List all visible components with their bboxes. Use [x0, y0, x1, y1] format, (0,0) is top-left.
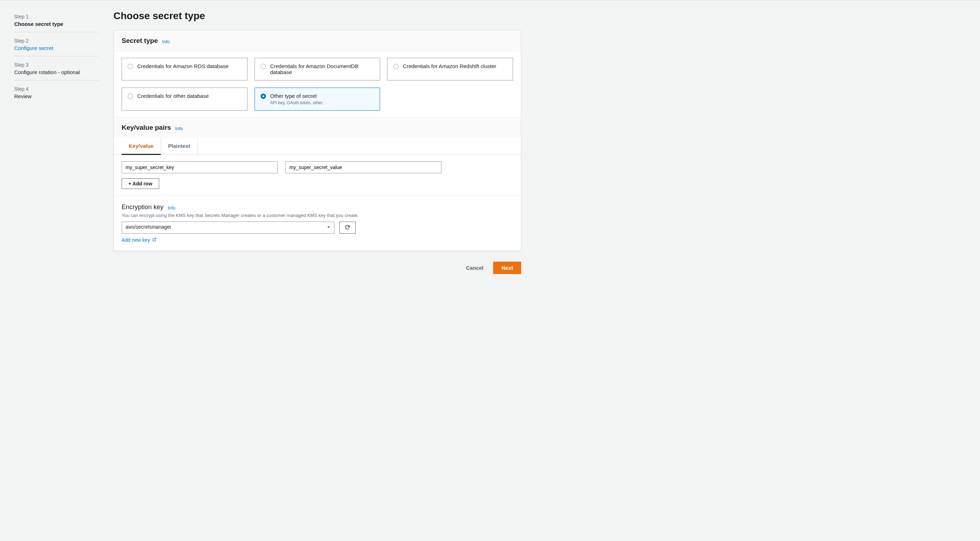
kv-key-input[interactable]: [122, 161, 278, 173]
option-label: Credentials for Amazon DocumentDB databa…: [270, 63, 374, 75]
step-label: Step 3: [14, 62, 99, 68]
encryption-section: Encryption key Info You can encrypt usin…: [114, 195, 521, 251]
wizard-footer: Cancel Next: [113, 259, 521, 288]
kv-header: Key/value pairs Info: [114, 117, 521, 138]
option-sublabel: API key, OAuth token, other.: [270, 100, 324, 105]
step-label: Step 4: [14, 86, 99, 92]
page-title: Choose secret type: [113, 10, 521, 22]
kv-info-link[interactable]: Info: [175, 126, 183, 131]
radio-input[interactable]: [261, 94, 266, 99]
encryption-info-link[interactable]: Info: [168, 205, 175, 211]
main-content: Choose secret type Secret type Info Cred…: [113, 10, 521, 288]
add-row-button[interactable]: + Add row: [122, 178, 159, 189]
refresh-button[interactable]: [339, 221, 356, 234]
kv-body: + Add row: [114, 155, 521, 195]
option-other-secret[interactable]: Other type of secret API key, OAuth toke…: [255, 88, 380, 111]
step-label: Step 2: [14, 38, 99, 44]
radio-input[interactable]: [128, 94, 133, 99]
secret-type-info-link[interactable]: Info: [162, 39, 170, 44]
secret-type-body: Credentials for Amazon RDS database Cred…: [114, 51, 521, 117]
radio-input[interactable]: [393, 64, 399, 69]
option-redshift[interactable]: Credentials for Amazon Redshift cluster: [387, 58, 513, 81]
step-name: Configure rotation - optional: [14, 69, 99, 75]
next-button[interactable]: Next: [493, 262, 521, 274]
kv-row: [122, 161, 513, 173]
radio-input[interactable]: [128, 64, 133, 69]
step-name: Review: [14, 93, 99, 99]
step-4[interactable]: Step 4 Review: [14, 83, 99, 104]
radio-input[interactable]: [261, 64, 266, 69]
option-label: Credentials for Amazon RDS database: [137, 63, 229, 69]
option-documentdb[interactable]: Credentials for Amazon DocumentDB databa…: [255, 58, 380, 81]
kv-value-input[interactable]: [285, 161, 441, 173]
step-name[interactable]: Configure secret: [14, 45, 99, 51]
secret-type-heading: Secret type: [122, 37, 158, 44]
add-new-key-text: Add new key: [122, 237, 150, 243]
step-1[interactable]: Step 1 Choose secret type: [14, 10, 99, 32]
encryption-key-value[interactable]: aws/secretsmanager: [122, 221, 334, 234]
external-link-icon: [152, 237, 157, 243]
secret-type-options: Credentials for Amazon RDS database Cred…: [122, 58, 513, 111]
encryption-desc: You can encrypt using the KMS key that S…: [122, 213, 513, 218]
option-rds[interactable]: Credentials for Amazon RDS database: [122, 58, 248, 81]
option-label: Credentials for Amazon Redshift cluster: [403, 63, 496, 69]
add-new-key-link[interactable]: Add new key: [122, 237, 157, 243]
step-name: Choose secret type: [14, 21, 99, 27]
encryption-select-row: aws/secretsmanager: [122, 221, 513, 234]
kv-heading: Key/value pairs: [122, 124, 171, 131]
option-label: Other type of secret: [270, 93, 324, 99]
secret-panel: Secret type Info Credentials for Amazon …: [113, 30, 521, 251]
step-2[interactable]: Step 2 Configure secret: [14, 34, 99, 56]
secret-type-header: Secret type Info: [114, 30, 521, 51]
option-label: Credentials for other database: [137, 93, 209, 99]
tab-keyvalue[interactable]: Key/value: [122, 138, 161, 155]
step-label: Step 1: [14, 14, 99, 19]
encryption-heading: Encryption key: [122, 204, 164, 211]
cancel-button[interactable]: Cancel: [461, 262, 488, 274]
option-other-db[interactable]: Credentials for other database: [122, 88, 248, 111]
tab-plaintext[interactable]: Plaintext: [161, 138, 198, 154]
kv-tabs: Key/value Plaintext: [114, 138, 521, 155]
wizard-sidebar: Step 1 Choose secret type Step 2 Configu…: [14, 10, 113, 288]
step-3[interactable]: Step 3 Configure rotation - optional: [14, 59, 99, 81]
encryption-key-select[interactable]: aws/secretsmanager: [122, 221, 334, 234]
refresh-icon: [345, 226, 350, 231]
